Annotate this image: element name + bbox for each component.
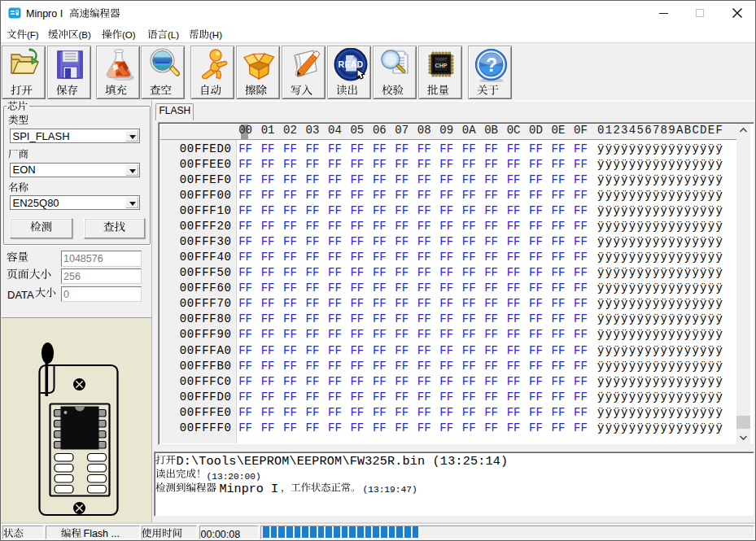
svg-text:READ: READ xyxy=(339,59,364,69)
svg-text:?: ? xyxy=(486,55,497,76)
svg-text:CHP: CHP xyxy=(435,63,448,68)
